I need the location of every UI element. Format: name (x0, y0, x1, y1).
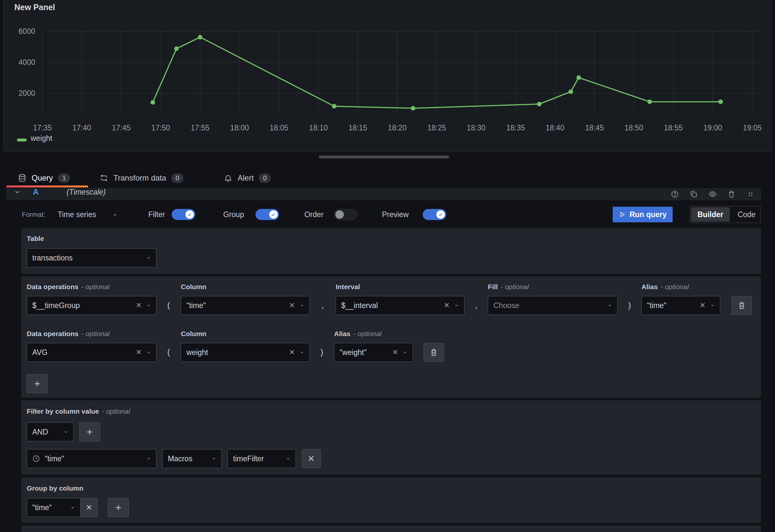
weight-alias-select[interactable]: "weight" ✕ (334, 343, 413, 362)
tab-alert-label: Alert (237, 173, 253, 182)
group-toggle[interactable] (255, 209, 279, 220)
time-column-select[interactable]: "time" ✕ (181, 296, 309, 315)
remove-operation-button[interactable] (424, 343, 444, 362)
filter-section-card: Filter by column value- optional AND + "… (21, 400, 761, 475)
check-icon (438, 212, 443, 217)
clear-icon[interactable]: ✕ (700, 302, 706, 309)
check-icon (271, 212, 276, 217)
alias-label: Alias (641, 283, 658, 291)
aggregate-function-select[interactable]: AVG ✕ (27, 343, 156, 362)
chevron-down-icon[interactable] (70, 505, 75, 510)
comma: , (465, 296, 488, 315)
chevron-down-icon[interactable] (403, 350, 408, 355)
clear-icon[interactable]: ✕ (136, 302, 142, 309)
table-section-card: Table transactions (21, 228, 761, 274)
next-section-card (21, 525, 761, 532)
query-datasource-label: (Timescale) (66, 188, 106, 196)
legend-series-swatch (17, 138, 27, 141)
chevron-down-icon[interactable] (299, 350, 304, 355)
tab-transform-data[interactable]: Transform data 0 (100, 170, 183, 186)
tab-alert[interactable]: Alert 0 (224, 170, 271, 186)
filter-operator-value: AND (32, 428, 59, 437)
chevron-down-icon[interactable] (146, 350, 151, 355)
fill-placeholder: Choose (494, 301, 603, 310)
query-ref-letter: A (33, 188, 38, 196)
chevron-down-icon[interactable] (608, 303, 612, 308)
interval-select[interactable]: $__interval ✕ (336, 296, 465, 315)
trash-icon[interactable] (727, 190, 736, 198)
remove-filter-button[interactable]: ✕ (302, 449, 321, 468)
duplicate-icon[interactable] (690, 190, 698, 198)
chevron-down-icon[interactable] (146, 456, 151, 461)
time-column-value: "time" (186, 301, 284, 310)
clear-icon[interactable]: ✕ (444, 302, 450, 309)
query-row-header[interactable]: A (Timescale) (7, 188, 761, 200)
transform-icon (100, 174, 108, 182)
time-alias-select[interactable]: "time" ✕ (641, 296, 720, 315)
eye-icon[interactable] (709, 190, 717, 198)
table-select[interactable]: transactions (27, 248, 156, 267)
optional-label: - optional (501, 283, 529, 291)
data-operations-row-2: Data operations- optional AVG ✕ ( Column… (27, 330, 761, 362)
clear-icon[interactable]: ✕ (393, 349, 398, 356)
chevron-down-icon (146, 255, 151, 260)
filter-macros-select[interactable]: Macros (162, 449, 222, 468)
filter-operator-select[interactable]: AND (27, 423, 74, 441)
chevron-down-icon[interactable] (211, 456, 216, 461)
help-circle-icon[interactable] (671, 190, 679, 198)
paren-close: ) (309, 343, 334, 362)
order-toggle[interactable] (334, 209, 357, 220)
trash-icon (430, 348, 438, 357)
close-icon: ✕ (308, 454, 315, 464)
chevron-down-icon[interactable] (64, 430, 68, 434)
time-group-function-select[interactable]: $__timeGroup ✕ (27, 296, 156, 315)
add-operation-button[interactable]: + (27, 374, 48, 393)
time-group-function-value: $__timeGroup (32, 301, 131, 310)
filter-toggle[interactable] (172, 209, 195, 220)
order-toggle-knob (335, 210, 344, 219)
clear-icon[interactable]: ✕ (136, 349, 142, 356)
clear-icon[interactable]: ✕ (289, 349, 295, 356)
add-group-by-button[interactable]: + (108, 498, 129, 517)
trash-icon (738, 301, 746, 310)
filter-by-column-label: Filter by column value (27, 408, 99, 415)
tab-transform-badge: 0 (171, 173, 183, 183)
check-icon (187, 212, 192, 217)
filter-macro-value-select[interactable]: timeFilter (227, 449, 296, 468)
chevron-down-icon[interactable] (710, 303, 715, 308)
table-select-value: transactions (32, 253, 142, 262)
horizontal-scrollbar-thumb[interactable] (319, 155, 449, 158)
weight-column-select[interactable]: weight ✕ (181, 343, 309, 362)
column-label: Column (181, 283, 206, 291)
tab-transform-label: Transform data (113, 173, 166, 182)
table-label: Table (27, 235, 44, 242)
fill-select[interactable]: Choose (488, 296, 618, 315)
chevron-down-icon[interactable] (299, 303, 304, 308)
tab-query[interactable]: Query 1 (18, 170, 70, 186)
format-value[interactable]: Time series (58, 206, 96, 223)
legend-series-label[interactable]: weight (31, 134, 52, 143)
run-query-button[interactable]: Run query (613, 207, 673, 222)
drag-handle-icon[interactable] (746, 190, 754, 198)
add-filter-button[interactable]: + (79, 423, 100, 441)
editor-mode-switcher: Builder Code (690, 206, 761, 223)
mode-builder-option[interactable]: Builder (691, 207, 730, 222)
group-by-column-select[interactable]: "time" (27, 498, 80, 517)
clear-icon[interactable]: ✕ (289, 302, 295, 309)
preview-toggle-knob (437, 210, 445, 219)
preview-toggle[interactable] (423, 209, 446, 220)
time-alias-value: "time" (647, 301, 695, 310)
chevron-down-icon[interactable] (454, 303, 459, 308)
optional-label: - optional (353, 330, 381, 338)
mode-code-option[interactable]: Code (730, 210, 763, 219)
filter-macro-value: timeFilter (233, 454, 281, 463)
collapse-chevron-icon[interactable] (14, 189, 21, 195)
format-chevron-down-icon[interactable] (112, 212, 118, 217)
remove-operation-button[interactable] (732, 296, 752, 315)
aggregate-function-value: AVG (32, 348, 131, 357)
remove-group-by-button[interactable]: ✕ (80, 498, 98, 517)
filter-field-select[interactable]: "time" (27, 449, 156, 468)
chevron-down-icon[interactable] (286, 456, 290, 461)
chart-panel (4, 0, 771, 152)
chevron-down-icon[interactable] (146, 303, 151, 308)
